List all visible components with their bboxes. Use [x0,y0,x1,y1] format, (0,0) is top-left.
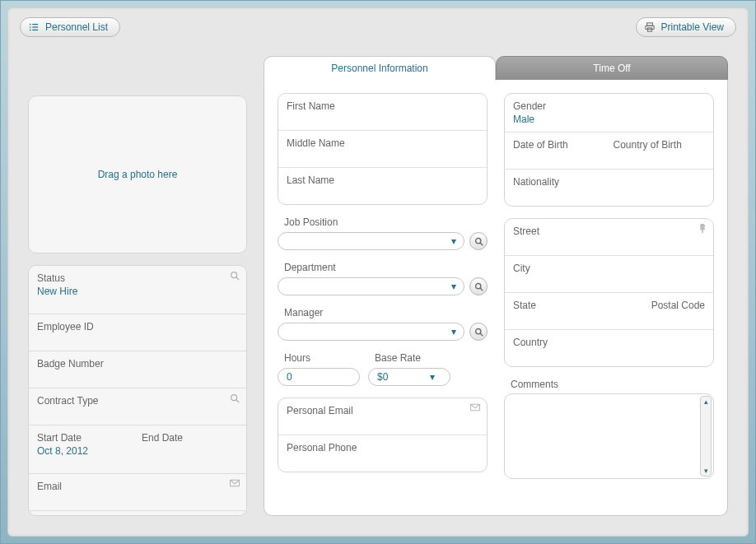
start-date-field[interactable]: Start Date Oct 8, 2012 [37,432,133,457]
tab-time-off[interactable]: Time Off [496,56,728,81]
middle-name-label: Middle Name [287,137,478,149]
state-field[interactable]: State [513,300,605,313]
rate-select[interactable]: $0 ▾ [368,368,450,386]
dob-field[interactable]: Date of Birth [513,139,605,152]
department-lookup-button[interactable] [469,277,488,295]
tab-time-off-label: Time Off [593,63,630,74]
personnel-list-button[interactable]: Personnel List [20,17,120,37]
chevron-down-icon: ▾ [430,371,441,383]
email-label: Email [37,481,238,492]
department-label: Department [278,262,488,273]
search-icon [474,237,483,246]
end-date-label: End Date [142,432,238,444]
gender-field[interactable]: Gender Male [505,94,713,132]
start-date-value: Oct 8, 2012 [37,445,88,457]
hours-input[interactable]: 0 [278,368,360,386]
contract-type-field[interactable]: Contract Type [29,388,246,425]
manager-select[interactable]: ▾ [278,323,464,341]
svg-line-17 [480,288,483,291]
email-field[interactable]: Email [29,473,246,510]
status-value: New Hire [37,286,77,297]
personal-phone-field[interactable]: Personal Phone [278,435,487,472]
postal-label: Postal Code [614,300,706,311]
address-group: Street City [504,218,714,367]
photo-dropzone[interactable]: Drag a photo here [28,95,247,253]
scroll-down-icon[interactable]: ▾ [701,466,711,476]
workspace: Drag a photo here Status New Hire Employ… [8,46,748,536]
list-icon [29,22,39,32]
department-select[interactable]: ▾ [278,277,464,295]
tab-personnel-info-label: Personnel Information [331,63,427,74]
country-field[interactable]: Country [505,329,713,366]
employee-id-label: Employee ID [37,321,238,332]
manager-lookup-button[interactable] [469,323,488,341]
street-field[interactable]: Street [505,219,713,255]
contract-label: Contract Type [37,395,238,407]
tab-personnel-info[interactable]: Personnel Information [264,56,496,81]
last-name-label: Last Name [287,174,478,186]
status-label: Status [37,272,238,284]
status-panel: Status New Hire Employee ID Badge Number… [28,265,247,516]
search-icon [474,282,483,291]
hours-value: 0 [287,371,292,383]
middle-name-field[interactable]: Middle Name [278,130,487,167]
svg-point-11 [231,395,237,401]
scroll-up-icon[interactable]: ▴ [701,397,711,407]
personal-email-field[interactable]: Personal Email [278,398,487,435]
search-icon [230,271,240,281]
comments-textarea[interactable]: ▴ ▾ [504,393,714,479]
job-position-label: Job Position [278,216,488,228]
badge-number-field[interactable]: Badge Number [29,351,246,388]
last-name-field[interactable]: Last Name [278,167,487,204]
tab-body: First Name Middle Name Last Name [264,80,728,516]
first-name-label: First Name [287,100,478,112]
state-postal-row: State Postal Code [505,292,713,329]
state-label: State [513,300,605,311]
form-grid: First Name Middle Name Last Name [278,93,714,479]
chevron-down-icon: ▾ [447,235,460,248]
job-position-select[interactable]: ▾ [278,232,464,250]
mail-icon [230,479,240,487]
end-date-field[interactable]: End Date [142,432,238,457]
identity-group: Gender Male Date of Birth [504,93,714,207]
comments-block: Comments ▴ ▾ [504,379,714,479]
cob-label: Country of Birth [614,139,706,151]
nationality-label: Nationality [513,176,705,188]
svg-point-18 [475,328,480,333]
cob-field[interactable]: Country of Birth [614,139,706,152]
printable-view-button[interactable]: Printable View [636,17,737,37]
name-group: First Name Middle Name Last Name [278,93,488,205]
toolbar: Personnel List Printable View [8,8,748,46]
phone-field[interactable]: Phone [29,510,246,516]
comments-value [505,394,713,404]
search-icon [230,393,240,403]
comments-scrollbar[interactable]: ▴ ▾ [700,396,712,477]
svg-line-19 [480,333,483,336]
personnel-list-label: Personnel List [45,21,108,33]
first-name-field[interactable]: First Name [278,94,487,130]
right-column: Personnel Information Time Off First Nam… [264,46,728,516]
app-surface: Personnel List Printable View Drag a pho… [7,7,749,537]
mail-icon [470,403,480,411]
form-col-right: Gender Male Date of Birth [504,93,714,479]
pin-icon [698,224,707,234]
employee-id-field[interactable]: Employee ID [29,314,246,351]
city-label: City [513,263,705,274]
start-date-label: Start Date [37,432,133,444]
svg-point-9 [231,272,237,278]
country-label: Country [513,337,705,348]
city-field[interactable]: City [505,255,713,292]
badge-label: Badge Number [37,358,238,370]
job-position-lookup-button[interactable] [469,232,488,250]
hours-rate-row: Hours 0 Base Rate $0 ▾ [278,352,488,386]
manager-label: Manager [278,307,488,318]
hours-label: Hours [278,352,360,364]
birth-row: Date of Birth Country of Birth [505,132,713,169]
left-column: Drag a photo here Status New Hire Employ… [28,46,247,516]
status-field[interactable]: Status New Hire [29,266,246,314]
svg-line-10 [236,277,239,280]
postal-field[interactable]: Postal Code [614,300,706,313]
personal-phone-label: Personal Phone [287,442,478,453]
nationality-field[interactable]: Nationality [505,169,713,206]
svg-point-16 [475,283,480,288]
